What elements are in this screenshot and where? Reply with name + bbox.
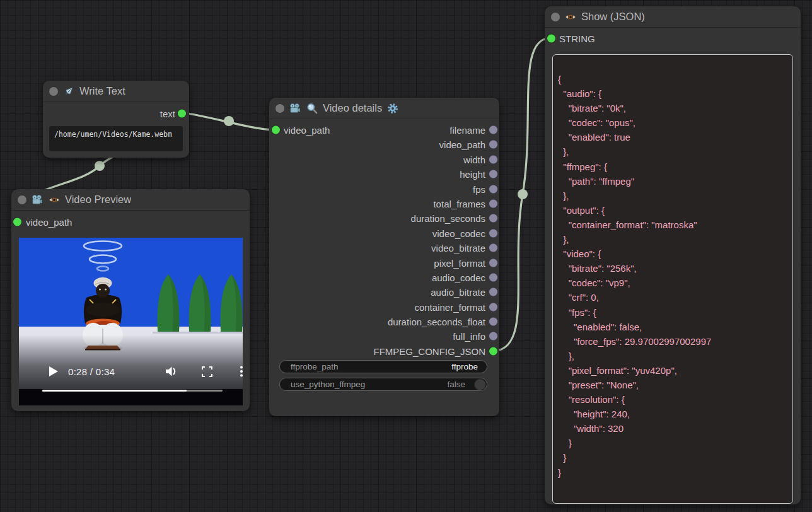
- output-port-text[interactable]: [178, 109, 186, 117]
- fullscreen-icon[interactable]: [202, 366, 212, 377]
- output-port-video-bitrate[interactable]: [489, 244, 497, 252]
- output-label: duration_seconds: [411, 213, 485, 224]
- node-title: Show (JSON): [581, 11, 645, 23]
- write-text-node[interactable]: Write Text text /home/umen/Videos/Kame.w…: [43, 81, 189, 158]
- write-text-node-header[interactable]: Write Text: [43, 81, 189, 102]
- output-label: fps: [473, 183, 485, 194]
- movie-camera-icon: [31, 194, 44, 206]
- node-title: Video details: [323, 102, 382, 114]
- widget-label: ffprobe_path: [291, 362, 339, 371]
- input-row-video-path: video_path: [11, 215, 250, 230]
- output-port-audio-codec[interactable]: [489, 273, 497, 281]
- video-preview-node-header[interactable]: Video Preview: [11, 189, 250, 211]
- output-port-filename[interactable]: [489, 125, 497, 134]
- input-label: video_path: [26, 217, 72, 228]
- output-label: container_format: [414, 301, 485, 312]
- widget-value: false: [447, 380, 465, 389]
- collapse-dot[interactable]: [276, 104, 284, 113]
- use-python-ffmpeg-toggle[interactable]: use_python_ffmpeg false: [279, 378, 487, 391]
- ffprobe-path-widget[interactable]: ffprobe_path ffprobe: [279, 360, 487, 373]
- magnifier-icon: [306, 102, 318, 115]
- output-port-width[interactable]: [489, 155, 497, 163]
- output-label: full_info: [453, 331, 485, 342]
- output-port-pixel-format[interactable]: [489, 259, 497, 267]
- video-details-node[interactable]: Video details video_path filename video_…: [269, 98, 499, 416]
- video-preview-node[interactable]: Video Preview video_path: [11, 189, 250, 411]
- widget-value: ffprobe: [451, 362, 478, 371]
- widget-label: use_python_ffmpeg: [291, 380, 365, 389]
- output-label: duration_seconds_float: [388, 317, 485, 327]
- output-port-container-format[interactable]: [489, 303, 497, 311]
- output-port-video-codec[interactable]: [489, 229, 497, 237]
- output-label: width: [463, 154, 485, 165]
- play-icon[interactable]: [49, 366, 59, 377]
- output-label: pixel_format: [434, 257, 485, 268]
- text-value-field[interactable]: /home/umen/Videos/Kame.webm: [49, 126, 183, 151]
- output-port-total-frames[interactable]: [489, 199, 497, 207]
- link-midpoint-dot: [224, 116, 234, 126]
- output-row-text: text: [43, 106, 189, 120]
- output-label: filename: [450, 124, 485, 135]
- kebab-menu-icon[interactable]: [240, 366, 243, 377]
- video-progress-fill: [42, 390, 187, 392]
- link-midpoint-dot: [518, 189, 528, 199]
- output-label: video_path: [439, 139, 485, 150]
- output-port-video-path[interactable]: [489, 141, 497, 149]
- json-content: { "audio": { "bitrate": "0k", "codec": "…: [558, 72, 785, 480]
- pen-icon: [62, 85, 75, 98]
- video-details-node-header[interactable]: Video details: [269, 98, 499, 119]
- output-label: audio_bitrate: [431, 287, 485, 298]
- collapse-dot[interactable]: [49, 87, 58, 96]
- output-label: total_frames: [433, 198, 485, 209]
- video-player[interactable]: 0:28 / 0:34: [19, 238, 243, 405]
- video-progress-bar[interactable]: [42, 390, 223, 392]
- input-port-video-path[interactable]: [13, 218, 21, 226]
- output-port-audio-bitrate[interactable]: [489, 288, 497, 296]
- output-label: FFMPEG_CONFIG_JSON: [373, 346, 485, 356]
- gear-icon: [386, 102, 399, 115]
- movie-camera-icon: [289, 102, 301, 115]
- collapse-dot[interactable]: [18, 195, 26, 204]
- show-json-node[interactable]: Show (JSON) STRING { "audio": { "bitrate…: [545, 6, 801, 504]
- output-port-duration-seconds[interactable]: [489, 214, 497, 223]
- output-port-fps[interactable]: [489, 185, 497, 193]
- show-json-node-header[interactable]: Show (JSON): [545, 6, 801, 28]
- volume-icon[interactable]: [165, 366, 178, 377]
- video-time: 0:28 / 0:34: [68, 366, 115, 377]
- eye-icon: [48, 194, 61, 206]
- output-port-duration-seconds-float[interactable]: [489, 318, 497, 326]
- toggle-knob[interactable]: [474, 378, 486, 390]
- collapse-dot[interactable]: [551, 13, 560, 21]
- output-label: video_bitrate: [431, 243, 485, 253]
- input-row-string: STRING: [545, 31, 801, 45]
- output-label: height: [460, 169, 485, 180]
- output-label: video_codec: [432, 228, 485, 238]
- eye-icon: [564, 11, 577, 23]
- output-label: audio_codec: [432, 272, 485, 282]
- output-port-full-info[interactable]: [489, 332, 497, 340]
- output-rows: filename video_path width height fps tot…: [269, 122, 499, 358]
- input-port-string[interactable]: [547, 34, 555, 42]
- node-title: Video Preview: [65, 194, 131, 206]
- output-port-ffmpeg-config-json[interactable]: [489, 347, 497, 355]
- output-label: text: [160, 108, 175, 119]
- output-port-height[interactable]: [489, 170, 497, 178]
- node-title: Write Text: [79, 85, 125, 97]
- video-controls: 0:28 / 0:34: [19, 335, 243, 405]
- json-output-display[interactable]: { "audio": { "bitrate": "0k", "codec": "…: [552, 54, 793, 504]
- link-midpoint-dot: [95, 161, 105, 171]
- input-label: STRING: [559, 33, 595, 44]
- node-graph-canvas[interactable]: Write Text text /home/umen/Videos/Kame.w…: [0, 0, 812, 512]
